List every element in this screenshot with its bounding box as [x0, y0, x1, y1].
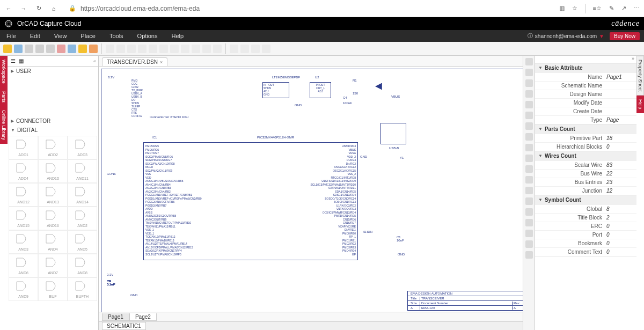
vt-bus-icon[interactable] [525, 101, 533, 108]
vt-line-icon[interactable] [525, 197, 533, 205]
part-cell[interactable]: AND2 [68, 207, 97, 230]
close-icon[interactable]: × [160, 60, 163, 65]
part-cell[interactable]: AND9 [9, 277, 38, 301]
prop-section-header[interactable]: ▼ Wires Count [535, 151, 636, 160]
toolbar-open-icon[interactable] [14, 45, 23, 53]
tree-connector[interactable]: ▶ CONNECTOR [8, 116, 98, 126]
part-cell[interactable]: ADD3 [68, 136, 97, 159]
part-cell[interactable]: AND4 [38, 230, 68, 254]
buy-now-button[interactable]: Buy Now [610, 32, 640, 40]
vt-offpage-icon[interactable] [525, 176, 533, 184]
toolbar-offpage-icon[interactable] [192, 45, 200, 53]
browser-forward[interactable]: → [19, 4, 28, 13]
menu-options[interactable]: Options [135, 32, 160, 40]
toolbar-save-icon[interactable] [25, 45, 33, 53]
url-display[interactable]: https://orcadcloud.ema-eda.com/ema-eda [80, 5, 200, 12]
part-cell[interactable]: AND12 [9, 183, 38, 207]
toolbar-zoomout-icon[interactable] [240, 45, 249, 53]
sidetab-online-library[interactable]: Online Library [0, 106, 8, 144]
usb-connector[interactable] [380, 123, 406, 144]
vt-text-icon[interactable] [525, 251, 533, 259]
toolbar-undo-icon[interactable] [89, 45, 98, 53]
tree-user[interactable]: ▶ USER [8, 67, 98, 76]
part-cell[interactable]: AND15 [9, 207, 38, 230]
part-cell[interactable]: AND14 [68, 183, 97, 207]
toolbar-power-icon[interactable] [159, 45, 168, 53]
part-cell[interactable]: AND8 [68, 254, 97, 277]
vt-busentry-icon[interactable] [525, 122, 533, 130]
toolbar-copy-icon[interactable] [68, 45, 76, 53]
pen-icon[interactable]: ✎ [609, 5, 614, 12]
menu-edit[interactable]: Edit [28, 32, 42, 40]
toolbar-zoomfit-icon[interactable] [251, 45, 260, 53]
part-cell[interactable]: ADD4 [9, 159, 38, 183]
panel-collapse-icon[interactable]: « [93, 58, 96, 64]
part-cell[interactable]: AND16 [38, 207, 68, 230]
part-cell[interactable]: AND11 [68, 159, 97, 183]
vt-hier-icon[interactable] [525, 155, 533, 162]
grid-view-icon[interactable]: ▦ [18, 58, 24, 64]
sidetab-help[interactable]: Help [636, 96, 644, 113]
browser-reload[interactable]: ↻ [34, 4, 43, 13]
props-collapse-icon[interactable]: » [535, 56, 636, 63]
toolbar-zoomarea-icon[interactable] [262, 45, 270, 53]
part-cell[interactable]: ADD2 [38, 136, 68, 159]
menu-help[interactable]: Help [170, 32, 186, 40]
reader-icon[interactable]: ▥ [559, 5, 565, 12]
part-cell[interactable]: AND6 [9, 254, 38, 277]
page-tab-2[interactable]: Page2 [129, 313, 157, 321]
browser-back[interactable]: ← [4, 4, 13, 13]
part-cell[interactable]: BUFTH [68, 277, 97, 301]
vt-polyline-icon[interactable] [525, 208, 533, 216]
share-icon[interactable]: ↗ [621, 5, 626, 12]
menu-place[interactable]: Place [78, 32, 98, 40]
vt-ground-icon[interactable] [525, 144, 533, 151]
prop-section-header[interactable]: ▼ Parts Count [535, 124, 636, 134]
prop-section-header[interactable]: ▼ Symbol Count [535, 195, 636, 204]
vt-ellipse-icon[interactable] [525, 230, 533, 237]
vt-junction-icon[interactable] [525, 112, 533, 119]
toolbar-port-icon[interactable] [181, 45, 189, 53]
part-cell[interactable]: AND5 [68, 230, 97, 254]
toolbar-junction-icon[interactable] [149, 45, 157, 53]
part-cell[interactable]: AND3 [9, 230, 38, 254]
part-cell[interactable]: AND7 [38, 254, 68, 277]
more-icon[interactable]: ⋯ [634, 5, 640, 12]
schematic-canvas[interactable]: 3.3V RMDCCCGP02TX_PWRUSBX_AUSBX_BDOSHDNS… [99, 67, 523, 312]
vt-port-icon[interactable] [525, 165, 533, 173]
toolbar-print-icon[interactable] [46, 45, 55, 53]
toolbar-wire-icon[interactable] [116, 45, 125, 53]
vt-part-icon[interactable] [525, 69, 533, 76]
favorites-icon[interactable]: ≡☆ [593, 5, 602, 12]
document-tab[interactable]: TRANSCEIVER.DSN × [102, 57, 167, 66]
toolbar-line-icon[interactable] [213, 45, 222, 53]
vt-rect-icon[interactable] [525, 219, 533, 226]
toolbar-paste-icon[interactable] [78, 45, 87, 53]
toolbar-text-icon[interactable] [202, 45, 211, 53]
part-cell[interactable]: AND10 [38, 159, 68, 183]
page-tab-1[interactable]: Page1 [102, 313, 129, 321]
menu-view[interactable]: View [52, 32, 69, 40]
toolbar-net-icon[interactable] [127, 45, 136, 53]
browser-home[interactable]: ⌂ [49, 4, 58, 13]
schematic-tab-1[interactable]: SCHEMATIC1 [102, 322, 146, 330]
toolbar-ground-icon[interactable] [170, 45, 179, 53]
sidetab-workspace[interactable]: Workspace [0, 56, 8, 87]
chip-u2[interactable]: IN OUTOUT_1ADJ [310, 82, 331, 98]
part-cell[interactable]: ADD1 [9, 136, 38, 159]
list-view-icon[interactable]: ☰ [10, 58, 16, 64]
menu-file[interactable]: File [4, 32, 18, 40]
toolbar-zoomin-icon[interactable] [230, 45, 238, 53]
schematic-page[interactable]: 3.3V RMDCCCGP02TX_PWRUSBX_AUSBX_BDOSHDNS… [101, 69, 523, 312]
toolbar-cut-icon[interactable] [57, 45, 65, 53]
prop-section-header[interactable]: ▼ Basic Attribute [535, 63, 636, 72]
sidetab-property-sheet[interactable]: Property Sheet [636, 56, 644, 96]
chip-u1[interactable]: IN OUTSHDNADJGND [262, 82, 289, 98]
vt-noerc-icon[interactable] [525, 187, 533, 194]
vt-wire-icon[interactable] [525, 79, 533, 87]
toolbar-new-icon[interactable] [3, 45, 12, 53]
toolbar-bus-icon[interactable] [138, 45, 147, 53]
toolbar-saveall-icon[interactable] [35, 45, 44, 53]
sidetab-parts[interactable]: Parts [0, 87, 8, 106]
part-cell[interactable]: BUF [38, 277, 68, 301]
